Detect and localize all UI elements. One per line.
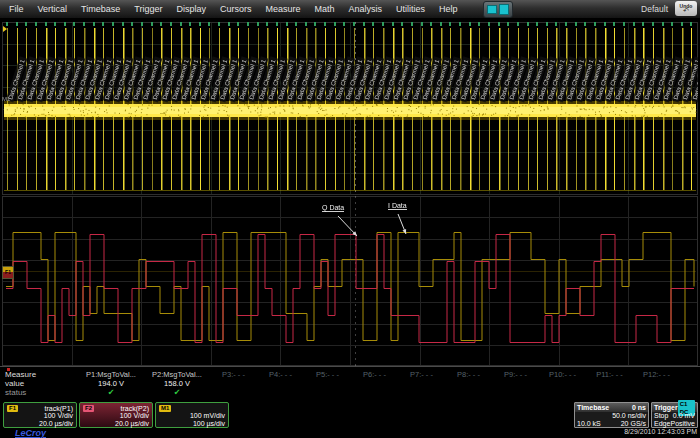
- measure-col-p6[interactable]: P6:- - -: [351, 367, 398, 401]
- footer: F1track(P1)100 V/div20.0 µs/divF2track(P…: [0, 400, 700, 438]
- display-select-button[interactable]: [483, 1, 513, 18]
- measure-label: P3:- - -: [210, 370, 257, 379]
- measure-label: P10:- - -: [539, 370, 586, 379]
- measure-label: P11:- - -: [586, 370, 633, 379]
- measure-status-icon: ✔: [78, 388, 144, 397]
- menu-display[interactable]: Display: [169, 4, 213, 14]
- channel-tdiv: 20.0 µs/div: [83, 420, 149, 428]
- measure-col-p1[interactable]: P1:MsgToVal...194.0 V✔: [78, 367, 144, 401]
- timebase-box[interactable]: Timebase 0 ns 50.0 ns/div 10.0 kS 20 GS/…: [574, 402, 649, 428]
- measure-label: P7:- - -: [398, 370, 445, 379]
- measure-status-icon: [633, 388, 680, 397]
- menu-items: FileVerticalTimebaseTriggerDisplayCursor…: [0, 4, 465, 14]
- channel-box-f2[interactable]: F2track(P2)100 V/div20.0 µs/div: [79, 402, 153, 428]
- measure-value: [633, 379, 680, 388]
- undo-button[interactable]: Undo ↶: [675, 1, 697, 16]
- measure-col-p3[interactable]: P3:- - -: [210, 367, 257, 401]
- value-row-label: value: [5, 379, 78, 388]
- measure-value: [492, 379, 539, 388]
- measure-col-p10[interactable]: P10:- - -: [539, 367, 586, 401]
- trigger-type: Edge: [654, 420, 670, 428]
- measure-value: [445, 379, 492, 388]
- trace-offset-marker-icon: [3, 26, 7, 32]
- trigger-mode: Stop: [654, 412, 668, 420]
- measure-status-icon: [539, 388, 586, 397]
- menu-vertical[interactable]: Vertical: [31, 4, 75, 14]
- menu-trigger[interactable]: Trigger: [127, 4, 169, 14]
- channel-box-f1[interactable]: F1track(P1)100 V/div20.0 µs/div: [3, 402, 77, 428]
- status-row-label: status: [5, 388, 78, 397]
- measure-status-icon: ✔: [144, 388, 210, 397]
- measure-label: P1:MsgToVal...: [78, 370, 144, 379]
- default-setup-button[interactable]: Default: [641, 4, 668, 14]
- timebase-offset: 0 ns: [632, 403, 646, 412]
- measure-status-icon: [351, 388, 398, 397]
- measure-value: [304, 379, 351, 388]
- measure-col-p4[interactable]: P4:- - -: [257, 367, 304, 401]
- timebase-scale: 50.0 ns/div: [612, 412, 646, 420]
- channel-vdiv: 100 V/div: [7, 412, 73, 420]
- measure-status-icon: [445, 388, 492, 397]
- trigger-slope: Positive: [670, 420, 695, 428]
- measure-value: [586, 379, 633, 388]
- measure-value: [398, 379, 445, 388]
- menu-cursors[interactable]: Cursors: [213, 4, 259, 14]
- measure-col-p9[interactable]: P9:- - -: [492, 367, 539, 401]
- menu-file[interactable]: File: [2, 4, 31, 14]
- measure-value: [257, 379, 304, 388]
- measure-col-p2[interactable]: P2:MsgToVal...158.0 V✔: [144, 367, 210, 401]
- measure-col-p8[interactable]: P8:- - -: [445, 367, 492, 401]
- channel-box-m1[interactable]: M1100 mV/div100 µs/div: [155, 402, 229, 428]
- timebase-title: Timebase: [577, 403, 609, 412]
- measure-status-icon: [304, 388, 351, 397]
- trigger-title: Trigger: [654, 403, 678, 412]
- measure-status-icon: [210, 388, 257, 397]
- menu-timebase[interactable]: Timebase: [74, 4, 127, 14]
- menu-help[interactable]: Help: [432, 4, 465, 14]
- channel-tdiv: 20.0 µs/div: [7, 420, 73, 428]
- marker-icon: [7, 368, 10, 371]
- bottom-graticule: Q Data I Data F1: [2, 196, 698, 366]
- measure-label: P12:- - -: [633, 370, 680, 379]
- q-data-label: Q Data: [322, 204, 344, 212]
- trigger-box[interactable]: Trigger C1 DC Stop 0.0 mV Edge Positive: [651, 402, 698, 428]
- measure-label: P4:- - -: [257, 370, 304, 379]
- top-graticule: M1: [2, 22, 698, 195]
- measure-col-p11[interactable]: P11:- - -: [586, 367, 633, 401]
- undo-arrow-icon: ↶: [683, 8, 689, 14]
- measure-col-p12[interactable]: P12:- - -: [633, 367, 680, 401]
- timebase-rate: 20 GS/s: [621, 420, 646, 428]
- channel-name: track(P2): [121, 405, 149, 412]
- f1-trace-marker: F1: [2, 266, 14, 279]
- menu-math[interactable]: Math: [307, 4, 341, 14]
- measure-col-p5[interactable]: P5:- - -: [304, 367, 351, 401]
- menu-bar: FileVerticalTimebaseTriggerDisplayCursor…: [0, 0, 700, 19]
- timebase-samples: 10.0 kS: [577, 420, 601, 428]
- menu-analysis[interactable]: Analysis: [341, 4, 389, 14]
- channel-badge: M1: [159, 405, 171, 412]
- measure-row-label: Measure: [5, 370, 78, 379]
- measure-columns: P1:MsgToVal...194.0 V✔P2:MsgToVal...158.…: [78, 367, 680, 401]
- measure-label: P9:- - -: [492, 370, 539, 379]
- measure-value: 158.0 V: [144, 379, 210, 388]
- screen-icon: [487, 5, 497, 14]
- timestamp: 8/29/2010 12:43:03 PM: [624, 428, 697, 435]
- measure-value: [539, 379, 586, 388]
- measure-col-p7[interactable]: P7:- - -: [398, 367, 445, 401]
- channel-tdiv: 100 µs/div: [159, 420, 225, 428]
- channel-vdiv: 100 mV/div: [159, 412, 225, 420]
- measure-label: P8:- - -: [445, 370, 492, 379]
- m1-trace-marker: M1: [2, 96, 10, 102]
- channel-name: track(P1): [45, 405, 73, 412]
- measure-status-icon: [586, 388, 633, 397]
- measure-label: P5:- - -: [304, 370, 351, 379]
- menu-utilities[interactable]: Utilities: [389, 4, 432, 14]
- measure-label: P2:MsgToVal...: [144, 370, 210, 379]
- channel-vdiv: 100 V/div: [83, 412, 149, 420]
- lecroy-logo: LeCroy: [15, 428, 46, 438]
- trigger-level: 0.0 mV: [673, 412, 695, 420]
- measure-value: [351, 379, 398, 388]
- menu-measure[interactable]: Measure: [258, 4, 307, 14]
- measure-value: [210, 379, 257, 388]
- screen-icon: [499, 4, 509, 15]
